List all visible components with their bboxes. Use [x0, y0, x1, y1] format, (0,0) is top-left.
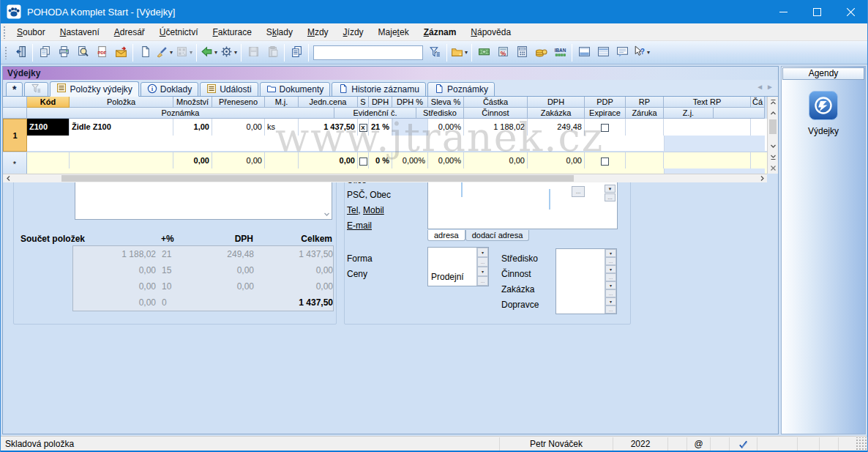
zakazka-dropdown-button[interactable]: ▾ [605, 281, 616, 289]
grid-cell-dph[interactable]: 0 % [369, 152, 392, 168]
new-record-button[interactable] [135, 43, 154, 62]
tab-asterisk[interactable]: * [6, 82, 23, 97]
grid-cell-extra[interactable] [664, 136, 765, 151]
grid-cell-s[interactable]: X [358, 119, 369, 136]
back-button[interactable]: ▾ [199, 43, 219, 62]
stredisko-dropdown-button[interactable]: ▾ [605, 249, 616, 257]
tab-doklady[interactable]: iDoklady [141, 82, 198, 97]
menu-item-nastavení[interactable]: Nastavení [53, 24, 107, 40]
grid-cell-preneseno[interactable]: 0,00 [212, 119, 265, 136]
grid-row[interactable]: 1Z100Židle Z1001,000,00ks1 437,50X21 %0,… [3, 119, 767, 152]
panel-note-button[interactable] [613, 43, 632, 62]
send-mail-button[interactable] [111, 43, 130, 62]
copy-button[interactable] [287, 43, 306, 62]
grid-cell-jedncena[interactable]: 0,00 [299, 152, 358, 168]
grid-cell-sleva[interactable]: 0,00% [428, 152, 464, 168]
grid-cell-dph2[interactable]: 0,00 [528, 152, 585, 168]
stredisko-more-button[interactable]: … [605, 257, 616, 265]
email-label[interactable]: E-mail [347, 221, 372, 231]
documents-folder-button[interactable]: ▾ [449, 43, 469, 62]
stredisko-cinnost-zakazka-dopravce-input[interactable]: ▾…▾…▾…▾… [555, 248, 617, 314]
grid-cell-dph[interactable]: 21 % [369, 119, 392, 136]
pdp-checkbox[interactable] [601, 124, 609, 132]
grid-cell-sleva[interactable]: 0,00% [428, 119, 464, 136]
menu-item-mzdy[interactable]: Mzdy [300, 24, 336, 40]
tab-scroll-arrows[interactable]: ◄► [756, 83, 774, 91]
cinnost-more-button[interactable]: … [605, 273, 616, 281]
address-more2-button[interactable]: … [605, 193, 616, 201]
toolbar-grip[interactable] [4, 46, 8, 59]
forma-dropdown-button[interactable]: ▾ [477, 248, 488, 257]
forma-ceny-input[interactable]: Prodejní ▾ … ▾ … [427, 247, 489, 286]
grid-cell-kod[interactable] [27, 152, 70, 168]
menu-item-soubor[interactable]: Soubor [10, 24, 53, 40]
address-dropdown2-button[interactable]: ▾ [605, 185, 616, 193]
grid-cell-s[interactable] [358, 152, 369, 168]
agendy-header[interactable]: Agendy [782, 67, 864, 80]
dopravce-dropdown-button[interactable]: ▾ [605, 297, 616, 305]
menu-item-adresář[interactable]: Adresář [107, 24, 152, 40]
grid-cell-pdp[interactable] [585, 152, 626, 168]
grid-cell-polozka[interactable]: Židle Z100 [70, 119, 173, 136]
copy-record-button[interactable] [35, 43, 54, 62]
close-button[interactable] [834, 0, 867, 23]
close-agenda-button[interactable] [11, 43, 30, 62]
grid-cell-last[interactable] [751, 152, 765, 168]
grid-cell-polozka[interactable] [70, 152, 173, 168]
grid-cell-poznamka[interactable] [27, 136, 664, 151]
grid-cell-kod[interactable]: Z100 [27, 119, 70, 136]
print-preview-button[interactable] [73, 43, 92, 62]
calculator-button[interactable] [512, 43, 531, 62]
format-brush-button[interactable]: ▾ [154, 43, 174, 62]
tab-filter[interactable] [24, 82, 48, 97]
dropdown-arrow-icon[interactable]: ▾ [190, 49, 192, 56]
iban-button[interactable]: IBAN [550, 43, 569, 62]
grid-cell-dph_pct[interactable] [392, 119, 428, 136]
grid-cell-jedncena[interactable]: 1 437,50 [299, 119, 358, 136]
tel-label[interactable]: Tel [347, 205, 358, 215]
grid-cell-mnozstvi[interactable]: 1,00 [173, 119, 212, 136]
dropdown-arrow-icon[interactable]: ▾ [214, 49, 217, 56]
ceny-more-button[interactable]: … [477, 276, 488, 286]
filter-button[interactable] [425, 43, 444, 62]
menu-item-sklady[interactable]: Sklady [259, 24, 300, 40]
mobil-label[interactable]: Mobil [363, 205, 384, 215]
vydejky-agenda-label[interactable]: Výdejky [782, 126, 865, 136]
menu-item-majetek[interactable]: Majetek [371, 24, 416, 40]
grid-cell-rp[interactable] [626, 152, 664, 168]
resize-grip[interactable] [856, 437, 867, 451]
tab-dodaci-adresa[interactable]: dodací adresa [465, 230, 530, 241]
cinnost-dropdown-button[interactable]: ▾ [605, 265, 616, 273]
grid-cell-castka[interactable]: 1 188,02 [464, 119, 528, 136]
menu-item-jízdy[interactable]: Jízdy [336, 24, 371, 40]
minimize-button[interactable] [766, 0, 800, 23]
vat-calculator-button[interactable]: % [493, 43, 512, 62]
grid-cell-preneseno[interactable]: 0,00 [212, 152, 265, 168]
grid-row-header[interactable]: 1 [3, 119, 27, 152]
dropdown-arrow-icon[interactable]: ▾ [465, 49, 468, 56]
pdp-checkbox[interactable] [601, 158, 609, 166]
address-psc-more-button[interactable]: … [572, 186, 585, 197]
ceny-dropdown-button[interactable]: ▾ [477, 267, 488, 276]
tab-poznamky[interactable]: Poznámky [427, 82, 495, 97]
tab-adresa[interactable]: adresa [427, 230, 465, 241]
grid-cell-textrp[interactable] [664, 119, 751, 136]
print-button[interactable] [54, 43, 73, 62]
menu-item-fakturace[interactable]: Fakturace [205, 24, 258, 40]
forma-more-button[interactable]: … [477, 257, 488, 267]
dropdown-arrow-icon[interactable]: ▾ [170, 49, 173, 56]
tab-udalosti[interactable]: Události [200, 82, 258, 97]
pdf-export-button[interactable]: PDF [92, 43, 111, 62]
settings-button[interactable]: ▾ [219, 43, 239, 62]
context-help-button[interactable]: ?▾ [632, 43, 651, 62]
sklad-checkbox[interactable]: X [359, 124, 367, 132]
grid-cell-mnozstvi[interactable]: 0,00 [173, 152, 212, 168]
dropdown-arrow-icon[interactable]: ▾ [647, 49, 650, 56]
grid-row-header[interactable]: * [3, 152, 27, 175]
dropdown-arrow-icon[interactable]: ▾ [234, 49, 237, 56]
tab-polozky-vydejky[interactable]: Položky výdejky [50, 81, 138, 97]
grid-cell-pdp[interactable] [585, 119, 626, 136]
grid-cell-last[interactable] [751, 119, 765, 136]
cash-button[interactable] [474, 43, 493, 62]
panel-table-button[interactable] [594, 43, 613, 62]
